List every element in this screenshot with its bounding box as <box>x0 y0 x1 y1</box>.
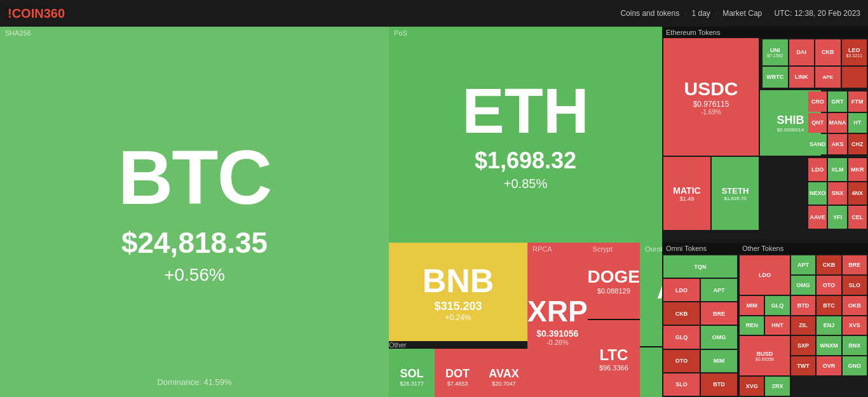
btc-ticker: BTC <box>118 139 271 215</box>
ot6: SLO <box>843 276 867 295</box>
o3-cell: OMG <box>701 326 737 348</box>
sol-ticker: SOL <box>400 367 423 380</box>
steth-price: $1,626.70 <box>724 196 747 201</box>
matic-ticker: MATIC <box>673 185 700 196</box>
busd-cell: BUSD $0.99358 <box>740 336 790 375</box>
s3-cell: 4NX <box>848 182 867 205</box>
dot-ticker: DOT <box>445 367 470 380</box>
logo: !COIN360 <box>8 6 65 21</box>
ot14: ZIL <box>791 316 815 335</box>
dbft-section: DBFT BNB $315.203 +0.24% Other SOL $26. <box>389 243 527 397</box>
scrypt-label: Scrypt <box>593 245 613 253</box>
steth-block: STETH $1,626.70 <box>712 157 759 230</box>
usdc-ticker: USDC <box>684 78 738 100</box>
eth-tokens-header: Ethereum Tokens <box>662 27 868 38</box>
ot1: APT <box>791 255 815 274</box>
btc-section: SHA256 BTC $24,818.35 +0.56% Dominance: … <box>0 27 389 397</box>
ot3: BRE <box>843 255 867 274</box>
eth-change: +0.85% <box>504 177 547 191</box>
top-bar: !COIN360 Coins and tokens · 1 day · Mark… <box>0 0 868 27</box>
ot11: OKB <box>843 296 867 315</box>
ckb-cell: CKB <box>815 39 841 65</box>
pos-label: PoS <box>394 29 407 37</box>
btc-change: +0.56% <box>164 265 225 285</box>
ht-cell: HT <box>848 113 867 133</box>
avax-price: $20.7047 <box>492 380 516 387</box>
eth-tokens-section: Ethereum Tokens USDC $0.976115 -1.69% MA… <box>662 27 868 243</box>
top-info: Coins and tokens · 1 day · Market Cap · … <box>620 9 860 18</box>
rpca-section: RPCA XRP $0.391056 -0.26% <box>527 243 588 397</box>
metric-label: Market Cap <box>722 9 762 18</box>
o5-cell: MIM <box>701 350 737 372</box>
rpca-label: RPCA <box>532 245 552 253</box>
btc-content: BTC $24,818.35 +0.56% <box>0 27 389 397</box>
o2-cell: BRE <box>701 302 737 325</box>
ot22: GNO <box>843 356 867 375</box>
xrp-change: -0.26% <box>546 339 569 346</box>
ot12: REN <box>740 316 764 335</box>
small-tokens-topright: UNI $7.1592 DAI CKB LEO $3.3211 WBTC <box>761 38 868 89</box>
ape-cell: APE <box>815 67 841 88</box>
shib-ticker: SHIB <box>776 114 804 127</box>
doge-ticker: DOGE <box>588 267 640 287</box>
matic-price: $1.49 <box>680 196 695 202</box>
tqn-cell: TQN <box>663 255 737 278</box>
shib-price: $0.0000014 <box>777 127 804 133</box>
bnb-ticker: BNB <box>423 262 494 300</box>
ot4: OMG <box>791 276 815 295</box>
glq-cell: GLQ <box>663 326 700 348</box>
pos-row: PoS ETH $1,698.32 +0.85% Ethereum Tokens… <box>389 27 868 243</box>
mana-cell: MANA <box>828 113 846 133</box>
ftm-cell: FTM <box>848 91 867 112</box>
xrp-ticker: XRP <box>527 294 588 328</box>
s4-cell: AAVE <box>808 206 827 229</box>
avax-ticker: AVAX <box>489 367 519 380</box>
cro-cell: CRO <box>808 91 827 112</box>
coins-tokens-label: Coins and tokens <box>620 9 679 18</box>
ot7: MIM <box>740 296 764 315</box>
btc-dominance: Dominance: 41.59% <box>157 377 231 387</box>
ot16: XVS <box>843 316 867 335</box>
logo-exclaim: ! <box>8 6 12 20</box>
xlm-s-cell: XLM <box>828 158 846 181</box>
wbtc-cell: WBTC <box>763 67 788 88</box>
grt-cell: GRT <box>828 91 846 112</box>
ldo-o-cell: LDO <box>663 279 700 301</box>
ot8: GLQ <box>765 296 789 315</box>
bnb-price: $315.203 <box>434 300 482 313</box>
matic-block: MATIC $1.49 <box>663 157 710 230</box>
leo2-cell <box>842 67 867 88</box>
ot20: TWT <box>791 356 815 375</box>
ltc-ticker: LTC <box>599 346 628 364</box>
other-label: Other <box>389 341 527 349</box>
other-small: Other SOL $26.3177 DOT $7.4653 A <box>389 341 527 397</box>
chz-cell: CHZ <box>848 134 867 154</box>
s6-cell: CEL <box>848 206 867 229</box>
usdc-change: -1.69% <box>701 109 721 116</box>
ot5: OTO <box>817 276 841 295</box>
sol-block: SOL $26.3177 <box>389 349 435 397</box>
ot18: WNXM <box>817 336 841 355</box>
link-cell: LINK <box>789 67 815 88</box>
sha256-label: SHA256 <box>5 29 31 37</box>
ot21: OVR <box>817 356 841 375</box>
ltc-price: $96.3366 <box>599 364 628 372</box>
logo-text: COIN360 <box>12 6 65 20</box>
steth-ticker: STETH <box>722 186 749 196</box>
ltc-block: LTC $96.3366 <box>588 319 640 397</box>
ldo-s-cell: LDO <box>808 158 827 181</box>
ot17: SXP <box>791 336 815 355</box>
apt-cell: APT <box>701 279 737 301</box>
uni-cell: UNI $7.1592 <box>763 39 788 65</box>
s2-cell: NEXO <box>808 182 827 205</box>
omni-tokens-panel: Omni Tokens TQN LDO APT CKB BRE GLQ OMG … <box>662 243 738 397</box>
ot15: ENJ <box>817 316 841 335</box>
s1-cell: MKR <box>848 158 867 181</box>
s5-cell: YFI <box>828 206 846 229</box>
sol-price: $26.3177 <box>400 380 424 387</box>
doge-block: DOGE $0.088129 <box>588 243 640 319</box>
bnb-change: +0.24% <box>445 313 471 322</box>
other-tokens-panel: Other Tokens LDO APT CKB BRE OMG OTO SLO… <box>738 243 868 397</box>
qnt-cell: QNT <box>808 113 827 133</box>
other-tokens-grid: LDO APT CKB BRE OMG OTO SLO MIM GLQ BTD … <box>738 254 868 397</box>
